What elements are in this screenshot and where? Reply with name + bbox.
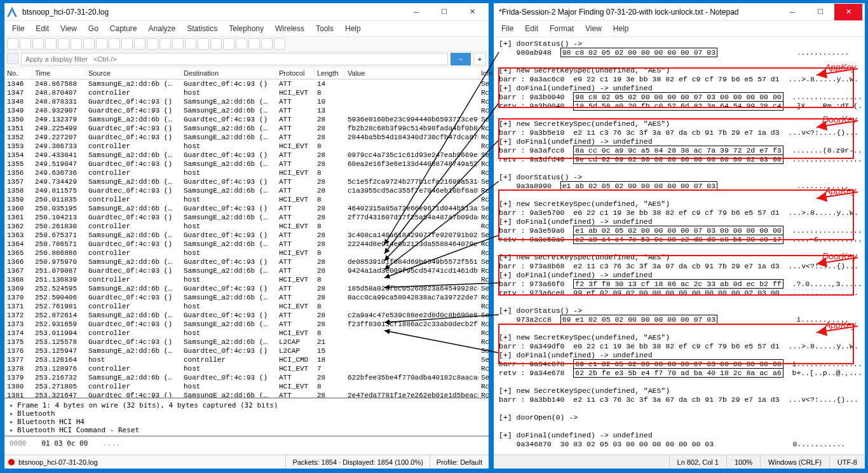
packet-row[interactable]: 1369252.524595SamsungE_a2:dd:6b (…Guardt… — [4, 284, 489, 293]
column-header[interactable]: Destination — [181, 67, 276, 79]
column-header[interactable]: Value — [345, 67, 478, 79]
menu-help[interactable]: Help — [340, 22, 366, 35]
toolbar-icon[interactable] — [248, 38, 260, 50]
menu-tools[interactable]: Tools — [311, 22, 339, 35]
menu-wireless[interactable]: Wireless — [270, 22, 309, 35]
packet-row[interactable]: 1373252.931659Guardtec_0f:4c:93 ()Samsun… — [4, 320, 489, 329]
packet-row[interactable]: 1376253.125947SamsungE_a2:dd:6b (…Guardt… — [4, 346, 489, 355]
packet-row[interactable]: 1347248.870407controllerhostHCI_EVT8Rcvd… — [4, 88, 489, 97]
toolbar-icon[interactable] — [159, 38, 171, 50]
packet-row[interactable]: 1354249.433041SamsungE_a2:dd:6b (…Guardt… — [4, 151, 489, 160]
toolbar-icon[interactable] — [20, 38, 31, 50]
tree-item[interactable]: Bluetooth HCI H4 — [10, 418, 484, 426]
toolbar-icon[interactable] — [185, 38, 196, 50]
packet-row[interactable]: 1351249.225499Guardtec_0f:4c:93 ()Samsun… — [4, 124, 489, 133]
menu-format[interactable]: Format — [545, 22, 579, 35]
notepad-text-area[interactable]: [+] doorStatus() -> 980ab948 98 c8 02 05… — [494, 37, 865, 455]
status-profile[interactable]: Profile: Default — [430, 455, 489, 469]
toolbar-icon[interactable] — [210, 38, 222, 50]
add-filter-button[interactable]: + — [473, 53, 486, 65]
toolbar-icon[interactable] — [71, 38, 82, 50]
packet-row[interactable]: 1374253.011994controllerhostHCI_EVT8Rcvd… — [4, 329, 489, 338]
packet-row[interactable]: 1353249.386733controllerhostHCI_EVT8Rcvd… — [4, 142, 489, 151]
packet-row[interactable]: 1355249.519047Guardtec_0f:4c:93 ()Samsun… — [4, 160, 489, 168]
packet-row[interactable]: 1380253.271805controllerhostHCI_EVT8Rcvd… — [4, 382, 489, 391]
packet-row[interactable]: 1346248.867588SamsungE_a2:dd:6b (…Guardt… — [4, 79, 489, 88]
maximize-button[interactable]: ☐ — [430, 4, 458, 20]
display-filter-input[interactable] — [21, 53, 448, 65]
packet-details-pane[interactable]: Frame 1: 4 bytes on wire (32 bits), 4 by… — [4, 397, 489, 435]
packet-row[interactable]: 1350249.132379SamsungE_a2:dd:6b (…Guardt… — [4, 115, 489, 124]
toolbar-icon[interactable] — [147, 38, 158, 50]
toolbar-icon[interactable] — [198, 38, 209, 50]
packet-row[interactable]: 1357249.734429SamsungE_a2:dd:6b (…Guardt… — [4, 177, 489, 186]
toolbar-icon[interactable] — [261, 38, 273, 50]
tree-item[interactable]: Bluetooth — [10, 409, 484, 418]
menu-help[interactable]: Help — [608, 22, 634, 35]
menu-edit[interactable]: Edit — [520, 22, 543, 35]
toolbar-icon[interactable] — [83, 38, 95, 50]
menu-statistics[interactable]: Statistics — [182, 22, 222, 35]
packet-row[interactable]: 1360250.035195SamsungE_a2:dd:6b (…Guardt… — [4, 204, 489, 213]
menu-analyze[interactable]: Analyze — [144, 22, 181, 35]
packet-row[interactable]: 1377253.126164hostcontrollerHCI_CMD18Sen… — [4, 355, 489, 364]
minimize-button[interactable]: ─ — [778, 4, 806, 20]
column-header[interactable]: Protocol — [276, 67, 315, 79]
packet-row[interactable]: 1372252.872614SamsungE_a2:dd:6b (…Guardt… — [4, 311, 489, 320]
packet-row[interactable]: 1363250.675371SamsungE_a2:dd:6b (…Guardt… — [4, 231, 489, 240]
menu-telephony[interactable]: Telephony — [224, 22, 269, 35]
toolbar-icon[interactable] — [32, 38, 44, 50]
packet-row[interactable]: 1364250.786571Guardtec_0f:4c:93 ()Samsun… — [4, 240, 489, 249]
toolbar-icon[interactable] — [274, 38, 285, 50]
menu-view[interactable]: View — [55, 22, 82, 35]
packet-row[interactable]: 1362250.261830controllerhostHCI_EVT8Rcvd… — [4, 222, 489, 231]
packet-row[interactable]: 1366250.975970SamsungE_a2:dd:6b (…Guardt… — [4, 257, 489, 266]
packet-row[interactable]: 1348248.878331Guardtec_0f:4c:93 ()Samsun… — [4, 97, 489, 106]
tree-item[interactable]: Frame 1: 4 bytes on wire (32 bits), 4 by… — [10, 401, 484, 409]
menu-file[interactable]: File — [496, 22, 519, 35]
column-header[interactable]: Source — [86, 67, 181, 79]
menu-go[interactable]: Go — [83, 22, 104, 35]
packet-row[interactable]: 1367251.079087Guardtec_0f:4c:93 ()Samsun… — [4, 266, 489, 275]
packet-row[interactable]: 1379253.216732SamsungE_a2:dd:6b (…Guardt… — [4, 373, 489, 382]
tree-item[interactable]: Bluetooth HCI Command - Reset — [10, 426, 484, 434]
toolbar-icon[interactable] — [45, 38, 57, 50]
packet-row[interactable]: 1378253.128976controllerhostHCI_EVT7Rcvd… — [4, 364, 489, 373]
menu-edit[interactable]: Edit — [31, 22, 54, 35]
packet-row[interactable]: 1361250.104213Guardtec_0f:4c:93 ()Samsun… — [4, 213, 489, 222]
menu-file[interactable]: File — [7, 22, 29, 35]
packet-row[interactable]: 1349248.932907Guardtec_0f:4c:93 ()Samsun… — [4, 106, 489, 115]
toolbar-icon[interactable] — [109, 38, 120, 50]
maximize-button[interactable]: ☐ — [806, 4, 834, 20]
packet-row[interactable]: 1370252.590406Guardtec_0f:4c:93 ()Samsun… — [4, 293, 489, 302]
packet-row[interactable]: 1359250.011835controllerhostHCI_EVT8Rcvd… — [4, 195, 489, 204]
close-button[interactable]: ✕ — [458, 4, 486, 20]
toolbar-icon[interactable] — [58, 38, 69, 50]
menu-capture[interactable]: Capture — [105, 22, 142, 35]
packet-list[interactable]: 1346248.867588SamsungE_a2:dd:6b (…Guardt… — [4, 79, 489, 397]
column-header[interactable]: No. — [4, 67, 32, 79]
column-header[interactable]: Time — [32, 67, 86, 79]
toolbar-icon[interactable] — [134, 38, 146, 50]
column-header[interactable]: Length — [315, 67, 345, 79]
toolbar-icon[interactable] — [236, 38, 247, 50]
toolbar-icon[interactable] — [172, 38, 184, 50]
apply-filter-button[interactable]: → — [451, 53, 471, 65]
minimize-button[interactable]: ─ — [402, 4, 430, 20]
packet-row[interactable]: 1352249.227207Guardtec_0f:4c:93 ()Samsun… — [4, 133, 489, 142]
packet-row[interactable]: 1365250.886886controllerhostHCI_EVT8Rcvd… — [4, 249, 489, 257]
bookmark-filter-icon[interactable] — [7, 53, 18, 64]
packet-row[interactable]: 1358249.811575Guardtec_0f:4c:93 ()Samsun… — [4, 186, 489, 195]
toolbar-icon[interactable] — [223, 38, 234, 50]
packet-row[interactable]: 1356249.636736controllerhostHCI_EVT8Rcvd… — [4, 168, 489, 177]
packet-row[interactable]: 1375253.125578Guardtec_0f:4c:93 ()Samsun… — [4, 338, 489, 346]
toolbar-icon[interactable] — [121, 38, 133, 50]
toolbar-icon[interactable] — [7, 38, 18, 50]
toolbar-icon[interactable] — [96, 38, 107, 50]
packet-row[interactable]: 1368251.136839controllerhostHCI_EVT8Rcvd… — [4, 275, 489, 284]
close-button[interactable]: ✕ — [834, 4, 862, 20]
packet-row[interactable]: 1381253.321647Guardtec_0f:4c:93 ()Samsun… — [4, 391, 489, 397]
packet-row[interactable]: 1371252.761981controllerhostHCI_EVT8Rcvd… — [4, 302, 489, 311]
packet-bytes-pane[interactable]: 0000 01 03 0c 00 .... — [4, 435, 489, 455]
menu-view[interactable]: View — [580, 22, 607, 35]
